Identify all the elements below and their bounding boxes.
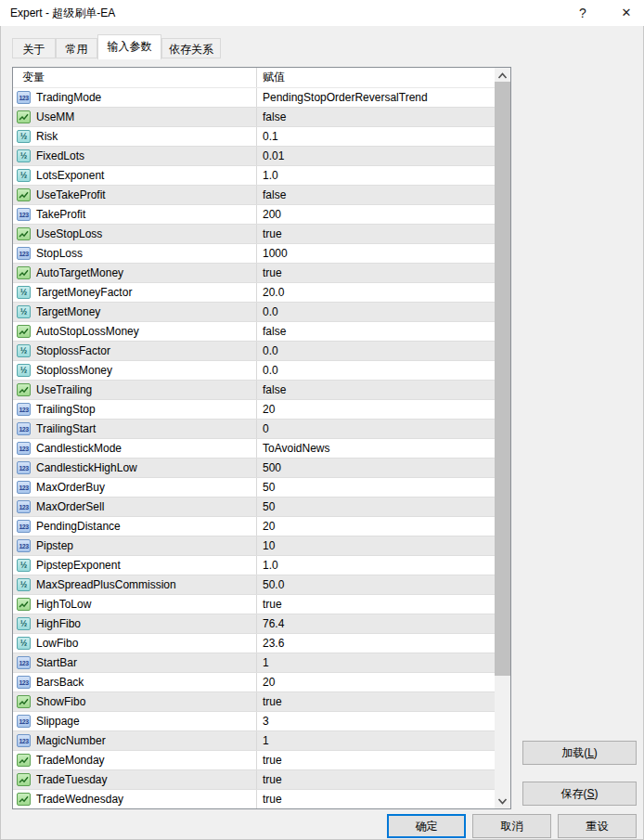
param-row-Slippage[interactable]: 123 Slippage 3 — [13, 712, 495, 731]
param-row-TakeProfit[interactable]: 123 TakeProfit 200 — [13, 205, 495, 225]
param-value[interactable]: true — [257, 264, 495, 282]
param-value[interactable]: true — [257, 595, 495, 614]
param-value[interactable]: 1 — [257, 731, 495, 750]
param-value[interactable]: 50.0 — [257, 575, 495, 594]
param-row-TargetMoneyFactor[interactable]: ½ TargetMoneyFactor 20.0 — [13, 283, 495, 303]
param-row-StoplossMoney[interactable]: ½ StoplossMoney 0.0 — [13, 361, 495, 381]
column-header-value[interactable]: 赋值 — [257, 68, 495, 87]
param-value[interactable]: false — [257, 322, 495, 341]
param-value[interactable]: 20 — [257, 400, 495, 419]
ok-button[interactable]: 确定 — [387, 814, 466, 838]
param-value[interactable]: ToAvoidNews — [257, 439, 495, 458]
param-value[interactable]: PendingStopOrderReversalTrend — [257, 88, 495, 107]
param-row-FixedLots[interactable]: ½ FixedLots 0.01 — [13, 147, 495, 166]
param-name: UseTakeProfit — [36, 188, 106, 201]
column-header-variable[interactable]: 变量 — [13, 68, 257, 87]
param-row-TargetMoney[interactable]: ½ TargetMoney 0.0 — [13, 303, 495, 322]
param-value[interactable]: 76.4 — [257, 614, 495, 633]
tab-common[interactable]: 常用 — [56, 38, 97, 58]
param-row-PipstepExponent[interactable]: ½ PipstepExponent 1.0 — [13, 556, 495, 575]
scroll-down-icon[interactable] — [495, 793, 510, 808]
param-value[interactable]: 1 — [257, 653, 495, 672]
param-row-StopLoss[interactable]: 123 StopLoss 1000 — [13, 244, 495, 264]
param-row-TradeMonday[interactable]: TradeMonday true — [13, 751, 495, 770]
param-value[interactable]: 1000 — [257, 244, 495, 263]
help-icon[interactable]: ? — [568, 0, 598, 26]
param-value[interactable]: 3 — [257, 712, 495, 730]
param-value[interactable]: true — [257, 692, 495, 711]
param-row-TradeWednesday[interactable]: TradeWednesday true — [13, 790, 495, 808]
param-row-ShowFibo[interactable]: ShowFibo true — [13, 692, 495, 712]
param-value[interactable]: 50 — [257, 478, 495, 497]
cancel-button[interactable]: 取消 — [472, 814, 551, 838]
param-row-UseTrailing[interactable]: UseTrailing false — [13, 381, 495, 400]
param-value[interactable]: 20 — [257, 673, 495, 691]
param-name: CandlestickMode — [36, 442, 122, 455]
double-type-icon: ½ — [17, 364, 31, 377]
param-row-Risk[interactable]: ½ Risk 0.1 — [13, 127, 495, 147]
param-value[interactable]: 0.01 — [257, 147, 495, 165]
param-value[interactable]: 0.0 — [257, 303, 495, 321]
param-name: MaxSpreadPlusCommission — [36, 578, 176, 591]
param-value[interactable]: 23.6 — [257, 634, 495, 653]
param-value[interactable]: 0.1 — [257, 127, 495, 146]
param-row-MaxOrderSell[interactable]: 123 MaxOrderSell 50 — [13, 498, 495, 517]
param-row-AutoStopLossMoney[interactable]: AutoStopLossMoney false — [13, 322, 495, 342]
param-value[interactable]: true — [257, 225, 495, 243]
load-button[interactable]: 加载(L) — [522, 741, 637, 765]
param-value[interactable]: false — [257, 108, 495, 126]
param-value[interactable]: 1.0 — [257, 166, 495, 185]
param-row-HighFibo[interactable]: ½ HighFibo 76.4 — [13, 614, 495, 634]
param-row-TrailingStop[interactable]: 123 TrailingStop 20 — [13, 400, 495, 420]
param-row-TrailingStart[interactable]: 123 TrailingStart 0 — [13, 420, 495, 439]
tab-inputs[interactable]: 输入参数 — [97, 34, 161, 59]
param-value[interactable]: 20 — [257, 517, 495, 536]
bool-type-icon — [17, 773, 31, 786]
reset-button[interactable]: 重设 — [558, 814, 637, 838]
param-value[interactable]: false — [257, 186, 495, 204]
param-row-CandlestickHighLow[interactable]: 123 CandlestickHighLow 500 — [13, 459, 495, 478]
scrollbar-thumb[interactable] — [495, 82, 510, 676]
param-value[interactable]: true — [257, 751, 495, 769]
tab-about[interactable]: 关于 — [12, 38, 56, 58]
param-row-HighToLow[interactable]: HighToLow true — [13, 595, 495, 614]
param-row-MaxSpreadPlusCommission[interactable]: ½ MaxSpreadPlusCommission 50.0 — [13, 575, 495, 595]
param-value[interactable]: 0.0 — [257, 342, 495, 360]
window-title: Expert - 超级刷单-EA — [10, 0, 115, 26]
close-icon[interactable]: ✕ — [612, 0, 641, 26]
param-row-BarsBack[interactable]: 123 BarsBack 20 — [13, 673, 495, 692]
param-row-MagicNumber[interactable]: 123 MagicNumber 1 — [13, 731, 495, 751]
param-value[interactable]: true — [257, 790, 495, 808]
param-row-TradeTuesday[interactable]: TradeTuesday true — [13, 770, 495, 790]
param-value[interactable]: 200 — [257, 205, 495, 224]
param-row-StoplossFactor[interactable]: ½ StoplossFactor 0.0 — [13, 342, 495, 361]
table-header: 变量 赋值 — [13, 68, 495, 88]
bool-type-icon — [17, 325, 31, 338]
titlebar[interactable]: Expert - 超级刷单-EA ? ✕ — [0, 0, 644, 26]
param-row-LowFibo[interactable]: ½ LowFibo 23.6 — [13, 634, 495, 653]
int-type-icon: 123 — [17, 656, 31, 669]
param-value[interactable]: 1.0 — [257, 556, 495, 575]
param-row-StartBar[interactable]: 123 StartBar 1 — [13, 653, 495, 673]
param-value[interactable]: 500 — [257, 459, 495, 477]
param-value[interactable]: 0 — [257, 420, 495, 438]
param-value[interactable]: false — [257, 381, 495, 399]
vertical-scrollbar[interactable] — [495, 68, 510, 808]
param-row-UseMM[interactable]: UseMM false — [13, 108, 495, 127]
param-row-PendingDistance[interactable]: 123 PendingDistance 20 — [13, 517, 495, 536]
param-row-UseStopLoss[interactable]: UseStopLoss true — [13, 225, 495, 244]
param-value[interactable]: true — [257, 770, 495, 789]
param-value[interactable]: 50 — [257, 498, 495, 516]
param-row-LotsExponent[interactable]: ½ LotsExponent 1.0 — [13, 166, 495, 186]
param-row-TradingMode[interactable]: 123 TradingMode PendingStopOrderReversal… — [13, 88, 495, 108]
param-row-AutoTargetMoney[interactable]: AutoTargetMoney true — [13, 264, 495, 283]
param-row-UseTakeProfit[interactable]: UseTakeProfit false — [13, 186, 495, 205]
save-button[interactable]: 保存(S) — [522, 782, 637, 806]
param-row-Pipstep[interactable]: 123 Pipstep 10 — [13, 536, 495, 556]
param-row-MaxOrderBuy[interactable]: 123 MaxOrderBuy 50 — [13, 478, 495, 498]
tab-dependencies[interactable]: 依存关系 — [161, 38, 221, 58]
param-row-CandlestickMode[interactable]: 123 CandlestickMode ToAvoidNews — [13, 439, 495, 459]
param-value[interactable]: 20.0 — [257, 283, 495, 302]
param-value[interactable]: 0.0 — [257, 361, 495, 380]
param-value[interactable]: 10 — [257, 536, 495, 555]
